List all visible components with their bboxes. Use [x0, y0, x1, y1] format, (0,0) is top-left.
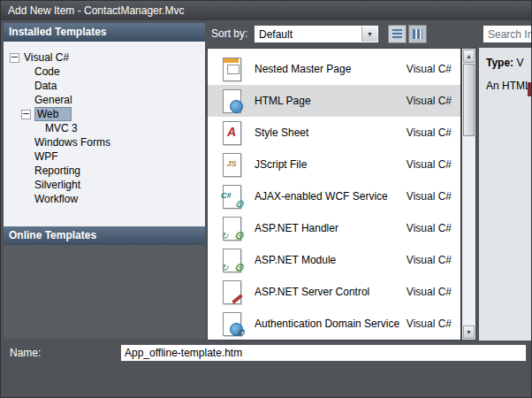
aspnet-server-control-icon — [219, 279, 244, 305]
scrollbar-thumb[interactable] — [463, 64, 475, 136]
tree-item-web[interactable]: Web — [4, 107, 205, 121]
template-language: Visual C# — [407, 286, 452, 298]
scroll-up-icon[interactable] — [463, 50, 475, 63]
template-name: AJAX-enabled WCF Service — [244, 190, 407, 203]
style-sheet-icon: A — [219, 119, 244, 146]
template-name: ASP.NET Handler — [244, 222, 407, 234]
template-language: Visual C# — [407, 63, 452, 75]
template-description: An HTML — [486, 80, 532, 92]
scroll-down-icon[interactable] — [463, 325, 475, 339]
tree-item-code[interactable]: Code — [4, 65, 205, 79]
preview-template-icon — [528, 82, 532, 96]
nested-master-page-icon — [219, 56, 244, 82]
online-templates-header[interactable]: Online Templates — [4, 226, 205, 245]
template-language: Visual C# — [407, 95, 452, 107]
online-templates-label: Online Templates — [9, 229, 96, 241]
collapse-minus-icon[interactable] — [21, 110, 31, 119]
tree-item-general[interactable]: General — [4, 93, 205, 107]
html-page-icon — [219, 88, 244, 114]
small-icons-view-button[interactable] — [388, 25, 407, 43]
ajax-wcf-service-icon: C# — [219, 183, 244, 210]
type-label: Type: — [486, 57, 513, 69]
template-item-ajax-wcf-service[interactable]: C# AJAX-enabled WCF Service Visual C# — [208, 180, 460, 212]
template-name: HTML Page — [244, 95, 407, 107]
template-name: Style Sheet — [244, 126, 407, 139]
tree-item-label: Workflow — [34, 193, 78, 205]
search-input[interactable] — [483, 25, 532, 43]
template-item-aspnet-module[interactable]: ASP.NET Module Visual C# — [208, 244, 460, 276]
template-name: Nested Master Page — [244, 63, 407, 75]
window-title: Add New Item - ContactManager.Mvc — [8, 4, 184, 17]
sort-by-label: Sort by: — [211, 27, 247, 40]
template-item-aspnet-server-control[interactable]: ASP.NET Server Control Visual C# — [208, 276, 460, 308]
tree-item-label-selected: Web — [35, 108, 71, 120]
tree-item-label: Reporting — [34, 165, 80, 177]
tree-item-silverlight[interactable]: Silverlight — [4, 178, 205, 192]
name-input[interactable] — [120, 344, 527, 362]
template-name: Authentication Domain Service — [244, 318, 407, 330]
tree-item-label: WPF — [34, 150, 58, 163]
preview-type-line: Type: V — [486, 57, 532, 69]
medium-icons-view-button[interactable] — [408, 25, 427, 43]
tree-item-windows-forms[interactable]: Windows Forms — [4, 135, 205, 149]
collapse-minus-icon[interactable] — [10, 53, 19, 63]
dropdown-arrow-icon[interactable] — [361, 27, 377, 42]
template-language: Visual C# — [407, 190, 452, 203]
medium-icons-view-icon — [413, 29, 422, 39]
tree-item-visual-csharp[interactable]: Visual C# — [4, 50, 205, 65]
template-language: Visual C# — [407, 126, 452, 139]
template-name: JScript File — [244, 158, 407, 171]
template-item-jscript-file[interactable]: JS JScript File Visual C# — [208, 149, 460, 180]
template-preview-panel: Type: V An HTML — [479, 48, 532, 341]
template-item-auth-domain-service[interactable]: Authentication Domain Service Visual C# — [208, 308, 460, 340]
template-list: Nested Master Page Visual C# HTML Page V… — [207, 48, 461, 341]
tree-item-label: General — [34, 94, 72, 106]
template-name: ASP.NET Module — [244, 254, 407, 266]
tree-item-workflow[interactable]: Workflow — [4, 192, 205, 206]
aspnet-module-icon — [219, 247, 244, 273]
jscript-file-icon: JS — [219, 151, 244, 178]
name-label: Name: — [10, 347, 41, 359]
tree-item-label: Data — [34, 80, 57, 92]
template-item-html-page[interactable]: HTML Page Visual C# — [208, 85, 460, 117]
tree-item-label: MVC 3 — [45, 122, 78, 134]
template-item-nested-master-page[interactable]: Nested Master Page Visual C# — [208, 53, 460, 85]
installed-templates-label: Installed Templates — [9, 26, 106, 38]
auth-domain-service-icon — [219, 310, 244, 337]
tree-item-mvc-3[interactable]: MVC 3 — [4, 121, 205, 135]
templates-sidebar: Installed Templates Visual C# Code Data … — [4, 23, 205, 339]
sort-by-dropdown[interactable]: Default — [254, 25, 379, 43]
list-scrollbar[interactable] — [461, 48, 476, 341]
tree-item-label: Visual C# — [24, 51, 69, 64]
template-language: Visual C# — [407, 254, 452, 266]
tree-item-data[interactable]: Data — [4, 79, 205, 93]
small-icons-view-icon — [392, 29, 402, 39]
sidebar-filler — [4, 245, 205, 339]
template-language: Visual C# — [407, 222, 452, 234]
template-name: ASP.NET Server Control — [244, 286, 407, 298]
tree-item-label: Code — [34, 65, 60, 78]
template-language: Visual C# — [407, 318, 452, 330]
tree-item-reporting[interactable]: Reporting — [4, 164, 205, 178]
tree-item-label: Windows Forms — [34, 136, 110, 149]
tree-item-label: Silverlight — [34, 179, 80, 191]
installed-templates-header[interactable]: Installed Templates — [4, 23, 205, 42]
sort-by-value: Default — [259, 28, 293, 41]
tree-item-wpf[interactable]: WPF — [4, 149, 205, 164]
aspnet-handler-icon — [219, 215, 244, 241]
template-item-style-sheet[interactable]: A Style Sheet Visual C# — [208, 117, 460, 149]
template-language: Visual C# — [407, 158, 452, 171]
type-value: V — [516, 57, 523, 69]
template-item-aspnet-handler[interactable]: ASP.NET Handler Visual C# — [208, 212, 460, 244]
templates-tree: Visual C# Code Data General Web MVC 3 Wi… — [4, 42, 205, 226]
add-new-item-dialog: Add New Item - ContactManager.Mvc Instal… — [0, 0, 532, 398]
titlebar[interactable]: Add New Item - ContactManager.Mvc — [1, 1, 531, 20]
